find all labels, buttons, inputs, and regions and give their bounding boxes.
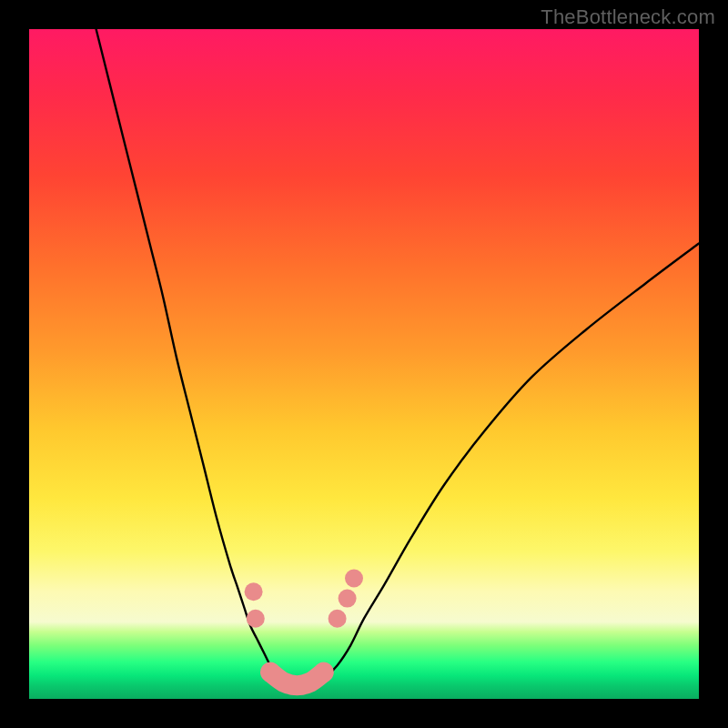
valley-marker-dot [339,590,357,608]
curve-layer [96,29,699,686]
curve-left-branch [96,29,311,686]
chart-plot-area [29,29,699,699]
valley-dots-left [245,582,265,628]
watermark-text: TheBottleneck.com [541,5,715,29]
chart-frame: TheBottleneck.com [0,0,728,728]
chart-overlay-svg [29,29,699,699]
valley-dots-right [329,570,363,628]
valley-floor-blob-path [270,672,324,686]
valley-marker-dot [345,570,363,588]
valley-marker-dot [245,582,263,601]
valley-marker-dot [329,610,347,628]
curve-right-branch [310,244,699,686]
valley-marker-dot [247,610,265,628]
valley-blob [270,672,324,686]
